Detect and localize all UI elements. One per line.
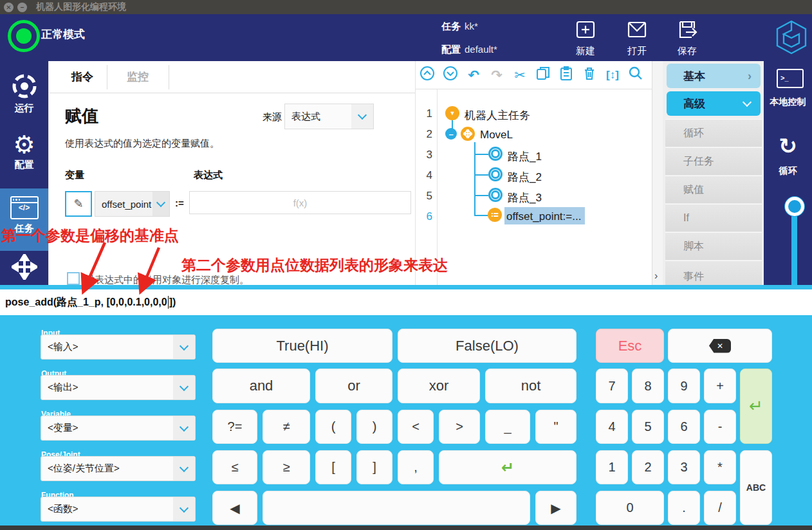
input-dropdown[interactable]: <输入> [41, 334, 196, 360]
key-assign-q[interactable]: ?= [212, 410, 257, 444]
key-xor[interactable]: xor [398, 369, 480, 403]
expression-editor-field[interactable]: pose_add(路点_1_p, [0,0,0.1,0,0,0]) [0, 289, 812, 315]
terminal-icon[interactable]: >_ [777, 69, 804, 88]
key-star[interactable]: * [704, 450, 736, 484]
key-cursor-right[interactable]: ▶ [535, 491, 577, 525]
key-abc[interactable]: ABC [740, 450, 772, 525]
key-lparen[interactable]: ( [315, 410, 351, 444]
local-control-label[interactable]: 本地控制 [764, 96, 812, 108]
sidebar-item-run[interactable]: 运行 [0, 69, 48, 127]
key-false[interactable]: False(LO) [398, 329, 577, 363]
key-plus[interactable]: + [704, 369, 736, 403]
key-9[interactable]: 9 [668, 369, 700, 403]
loop-label[interactable]: 循环 [764, 165, 812, 177]
key-true[interactable]: True(HI) [212, 329, 392, 363]
key-enter[interactable]: ↵ [439, 450, 577, 484]
search-icon[interactable] [624, 66, 647, 84]
waypoint-icon[interactable] [488, 167, 503, 181]
sidebar-item-config[interactable]: ⚙ 配置 [0, 131, 48, 188]
key-ge[interactable]: ≥ [263, 450, 310, 484]
key-backspace[interactable]: ✕ [668, 329, 772, 363]
key-rparen[interactable]: ) [356, 410, 392, 444]
key-le[interactable]: ≤ [212, 450, 257, 484]
slider-handle[interactable] [785, 197, 804, 216]
key-gt[interactable]: > [439, 410, 480, 444]
library-group-basic[interactable]: 基本 › [667, 64, 761, 88]
key-rbracket[interactable]: ] [356, 450, 392, 484]
tree-node-label[interactable]: 路点_1 [508, 149, 542, 164]
key-0[interactable]: 0 [596, 491, 664, 525]
tree-node-movel-icon[interactable] [461, 127, 475, 141]
variable-select-dropdown[interactable]: <变量> [41, 416, 196, 441]
undo-icon[interactable]: ↶ [462, 68, 485, 83]
save-button[interactable]: 保存 [665, 18, 710, 57]
collapse-chevron-icon[interactable]: › [654, 270, 658, 282]
key-enter-numpad[interactable]: ↵ [740, 369, 772, 444]
key-1[interactable]: 1 [596, 450, 628, 484]
tree-node-label[interactable]: 路点_2 [508, 170, 542, 185]
tree-node-label[interactable]: MoveL [480, 129, 513, 142]
key-slash[interactable]: / [704, 491, 736, 525]
key-and[interactable]: and [212, 369, 310, 403]
key-8[interactable]: 8 [632, 369, 664, 403]
tree-collapse-icon[interactable]: – [445, 128, 457, 140]
library-item-assign[interactable]: 赋值 [665, 176, 762, 203]
key-6[interactable]: 6 [668, 410, 700, 444]
variable-dropdown[interactable]: offset_point [95, 191, 170, 217]
key-cursor-left[interactable]: ◀ [212, 491, 257, 525]
key-3[interactable]: 3 [668, 450, 700, 484]
key-quote[interactable]: " [535, 410, 577, 444]
replace-icon[interactable]: [↕] [601, 69, 624, 82]
paste-icon[interactable] [555, 66, 578, 84]
tree-node-label-selected[interactable]: offset_point:=... [506, 210, 581, 223]
key-lt[interactable]: < [398, 410, 434, 444]
new-button[interactable]: 新建 [563, 18, 608, 57]
output-dropdown[interactable]: <输出> [41, 375, 196, 400]
key-not[interactable]: not [485, 369, 577, 403]
minimize-icon[interactable]: – [17, 3, 27, 12]
tree-node-label[interactable]: 机器人主任务 [465, 108, 530, 123]
edit-variable-button[interactable]: ✎ [65, 191, 92, 217]
key-lbracket[interactable]: [ [315, 450, 351, 484]
slider-track[interactable] [791, 211, 797, 285]
key-4[interactable]: 4 [596, 410, 628, 444]
tree-node-label[interactable]: 路点_3 [508, 190, 542, 205]
key-dot[interactable]: . [668, 491, 700, 525]
expression-input[interactable] [189, 191, 411, 214]
library-item-if[interactable]: If [665, 204, 762, 232]
key-7[interactable]: 7 [596, 369, 628, 403]
waypoint-icon[interactable] [488, 147, 503, 161]
tree-node-root-icon[interactable]: ▼ [445, 106, 459, 120]
sidebar-item-move[interactable] [0, 251, 48, 290]
library-item-loop[interactable]: 循环 [665, 119, 762, 147]
function-dropdown[interactable]: <函数> [41, 497, 196, 522]
key-space[interactable] [263, 491, 530, 525]
library-group-advanced[interactable]: 高级 [667, 91, 761, 116]
open-button[interactable]: 打开 [614, 18, 660, 57]
move-up-icon[interactable] [416, 66, 439, 84]
deep-copy-checkbox[interactable] [67, 272, 80, 285]
close-icon[interactable]: ✕ [4, 3, 14, 12]
tab-monitor[interactable]: 监控 [107, 61, 169, 93]
text-caret [168, 296, 169, 309]
loop-icon[interactable]: ↻ [764, 133, 812, 159]
waypoint-icon[interactable] [488, 188, 503, 202]
cut-icon[interactable]: ✂ [508, 68, 531, 83]
library-item-subtask[interactable]: 子任务 [665, 147, 762, 175]
key-2[interactable]: 2 [632, 450, 664, 484]
source-dropdown[interactable]: 表达式 [284, 104, 374, 129]
move-down-icon[interactable] [439, 66, 462, 84]
pose-joint-dropdown[interactable]: <位姿/关节位置> [41, 456, 196, 481]
key-comma[interactable]: , [398, 450, 434, 484]
key-esc[interactable]: Esc [596, 329, 664, 363]
key-neq[interactable]: ≠ [263, 410, 310, 444]
key-minus[interactable]: - [704, 410, 736, 444]
library-item-script[interactable]: 脚本 [665, 232, 762, 260]
tab-instruction[interactable]: 指令 [58, 61, 107, 93]
key-5[interactable]: 5 [632, 410, 664, 444]
delete-icon[interactable] [578, 66, 601, 84]
key-underscore[interactable]: _ [485, 410, 530, 444]
copy-icon[interactable] [531, 66, 555, 84]
assignment-icon[interactable] [488, 208, 502, 222]
key-or[interactable]: or [315, 369, 392, 403]
